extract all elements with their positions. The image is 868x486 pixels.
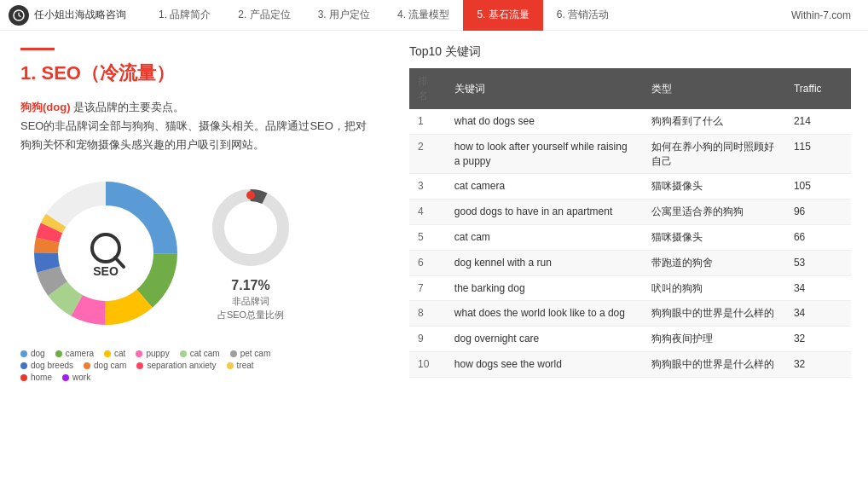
- cell-rank: 3: [409, 174, 446, 200]
- table-row: 2 how to look after yourself while raisi…: [409, 134, 851, 174]
- donut-sub-label: 非品牌词占SEO总量比例: [208, 295, 293, 321]
- legend-label-treat: treat: [237, 361, 254, 370]
- cell-traffic: 115: [785, 134, 851, 174]
- cell-keyword: how to look after yourself while raising…: [446, 134, 643, 174]
- legend-dot-dog: [20, 350, 27, 357]
- legend-petcam: pet cam: [230, 349, 271, 358]
- svg-point-17: [246, 191, 255, 200]
- donut-svg: SEO: [20, 168, 191, 338]
- cell-type: 带跑道的狗舍: [643, 250, 785, 275]
- cell-keyword: dog kennel with a run: [446, 250, 643, 275]
- nav-items: 1. 品牌简介 2. 产品定位 3. 用户定位 4. 流量模型 5. 基石流量 …: [145, 0, 791, 31]
- small-donut-wrap: 7.17% 非品牌词占SEO总量比例: [208, 185, 293, 321]
- right-panel: Top10 关键词 排名 关键词 类型 Traffic 1 what do do…: [392, 31, 868, 486]
- nav-item-1[interactable]: 1. 品牌简介: [145, 0, 224, 31]
- table-row: 5 cat cam 猫咪摄像头 66: [409, 224, 851, 250]
- logo-icon: [9, 5, 29, 26]
- legend-dot-puppy: [136, 350, 142, 357]
- cell-traffic: 32: [785, 327, 851, 352]
- nav-item-5[interactable]: 5. 基石流量: [463, 0, 542, 31]
- cell-rank: 10: [409, 351, 446, 377]
- cell-rank: 5: [409, 224, 446, 250]
- legend-row-2: dog breeds dog cam separation anxiety tr…: [20, 361, 372, 370]
- legend-sepaanxiety: separation anxiety: [136, 361, 216, 370]
- main-content: 1. SEO（冷流量） 狗狗(dog) 是该品牌的主要卖点。 SEO的非品牌词全…: [0, 31, 868, 486]
- nav-logo: 任小姐出海战略咨询: [9, 5, 145, 26]
- legend-dot-sepaanxiety: [136, 362, 143, 369]
- desc2: SEO的非品牌词全部与狗狗、猫咪、摄像头相关。品牌通过SEO，把对狗狗关怀和宠物…: [20, 119, 367, 151]
- legend-label-cat: cat: [114, 349, 125, 358]
- legend-camera: camera: [55, 349, 94, 358]
- cell-type: 狗狗看到了什么: [643, 109, 785, 134]
- cell-type: 公寓里适合养的狗狗: [643, 200, 785, 225]
- nav-item-4[interactable]: 4. 流量模型: [384, 0, 463, 31]
- cell-rank: 4: [409, 200, 446, 225]
- legend-label-petcam: pet cam: [240, 349, 271, 358]
- legend-dogbreeds: dog breeds: [20, 361, 73, 370]
- cell-keyword: what do dogs see: [446, 109, 643, 134]
- cell-traffic: 66: [785, 224, 851, 250]
- cell-type: 吠叫的狗狗: [643, 275, 785, 301]
- cell-rank: 9: [409, 327, 446, 352]
- table-row: 9 dog overnight care 狗狗夜间护理 32: [409, 327, 851, 352]
- table-row: 1 what do dogs see 狗狗看到了什么 214: [409, 109, 851, 134]
- legend-label-dogbreeds: dog breeds: [31, 361, 73, 370]
- legend-dot-treat: [227, 362, 234, 369]
- legend-row-3: home work: [20, 373, 372, 382]
- legend-label-catcam: cat cam: [190, 349, 220, 358]
- table-row: 8 what does the world look like to a dog…: [409, 301, 851, 327]
- nav-item-3[interactable]: 3. 用户定位: [304, 0, 384, 31]
- chart-area: SEO 7.17% 非品牌词占SEO总量比例: [20, 168, 372, 338]
- table-row: 7 the barking dog 吠叫的狗狗 34: [409, 275, 851, 301]
- header-traffic: Traffic: [785, 68, 851, 109]
- table-body: 1 what do dogs see 狗狗看到了什么 214 2 how to …: [409, 109, 851, 377]
- desc-block: 狗狗(dog) 是该品牌的主要卖点。 SEO的非品牌词全部与狗狗、猫咪、摄像头相…: [20, 98, 372, 154]
- cell-type: 猫咪摄像头: [643, 174, 785, 200]
- svg-point-15: [218, 195, 283, 260]
- top-nav: 任小姐出海战略咨询 1. 品牌简介 2. 产品定位 3. 用户定位 4. 流量模…: [0, 0, 868, 31]
- nav-item-2[interactable]: 2. 产品定位: [224, 0, 304, 31]
- table-row: 6 dog kennel with a run 带跑道的狗舍 53: [409, 250, 851, 275]
- cell-type: 猫咪摄像头: [643, 224, 785, 250]
- cell-type: 狗狗眼中的世界是什么样的: [643, 351, 785, 377]
- header-keyword: 关键词: [446, 68, 643, 109]
- legend-dogcam: dog cam: [84, 361, 126, 370]
- legend-dot-cat: [104, 350, 111, 357]
- legend-row-1: dog camera cat puppy cat cam: [20, 349, 372, 358]
- table-row: 10 how dogs see the world 狗狗眼中的世界是什么样的 3…: [409, 351, 851, 377]
- legend-dog: dog: [20, 349, 45, 358]
- table-row: 3 cat camera 猫咪摄像头 105: [409, 174, 851, 200]
- cell-keyword: dog overnight care: [446, 327, 643, 352]
- cell-keyword: what does the world look like to a dog: [446, 301, 643, 327]
- keyword-table: 排名 关键词 类型 Traffic 1 what do dogs see 狗狗看…: [409, 68, 851, 378]
- left-panel: 1. SEO（冷流量） 狗狗(dog) 是该品牌的主要卖点。 SEO的非品牌词全…: [0, 31, 392, 486]
- main-donut-chart: SEO: [20, 168, 191, 338]
- cell-rank: 7: [409, 275, 446, 301]
- table-header-row: 排名 关键词 类型 Traffic: [409, 68, 851, 109]
- legend-dot-camera: [55, 350, 62, 357]
- legend-dot-work: [62, 374, 69, 381]
- cell-type: 狗狗夜间护理: [643, 327, 785, 352]
- nav-item-6[interactable]: 6. 营销活动: [543, 0, 622, 31]
- legend-area: dog camera cat puppy cat cam: [20, 349, 372, 382]
- cell-rank: 6: [409, 250, 446, 275]
- cell-traffic: 214: [785, 109, 851, 134]
- legend-puppy: puppy: [136, 349, 169, 358]
- table-row: 4 good dogs to have in an apartment 公寓里适…: [409, 200, 851, 225]
- cell-traffic: 105: [785, 174, 851, 200]
- nav-domain: Within-7.com: [791, 9, 859, 21]
- cell-keyword: cat camera: [446, 174, 643, 200]
- cell-keyword: how dogs see the world: [446, 351, 643, 377]
- header-type: 类型: [643, 68, 785, 109]
- legend-label-work: work: [72, 373, 90, 382]
- cell-traffic: 34: [785, 301, 851, 327]
- legend-label-puppy: puppy: [146, 349, 169, 358]
- cell-traffic: 34: [785, 275, 851, 301]
- legend-label-dogcam: dog cam: [94, 361, 126, 370]
- logo-text: 任小姐出海战略咨询: [34, 8, 126, 22]
- legend-label-camera: camera: [66, 349, 94, 358]
- legend-label-sepaanxiety: separation anxiety: [147, 361, 216, 370]
- legend-cat: cat: [104, 349, 125, 358]
- legend-dot-dogbreeds: [20, 362, 27, 369]
- highlight-word: 狗狗(dog): [20, 101, 70, 113]
